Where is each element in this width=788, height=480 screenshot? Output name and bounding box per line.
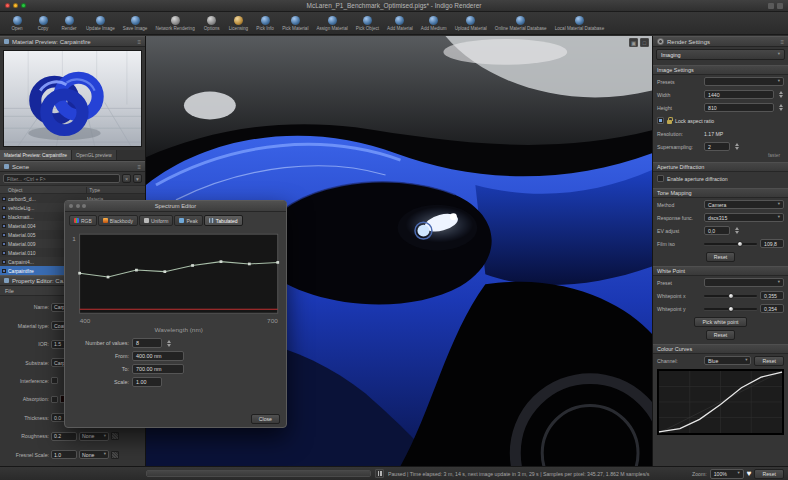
close-button[interactable]: Close [251,414,280,424]
whitepoint-x-value[interactable]: 0,355 [760,291,784,300]
panel-menu-icon[interactable]: ≡ [137,164,141,170]
scene-filter-input[interactable]: Filter... <Ctrl + F> [3,174,120,183]
from-field[interactable]: 400.00 nm [132,351,184,361]
dialog-close-icon[interactable] [69,204,73,208]
num-values-field[interactable]: 8 [132,338,162,348]
spectrum-editor-dialog[interactable]: Spectrum Editor RGB Blackbody Uniform Pe… [64,200,287,428]
ev-adjust-stepper[interactable] [733,226,740,236]
roughness-mode-select[interactable]: None ▾ [79,432,109,441]
scale-label: Scale: [71,379,129,385]
close-window-button[interactable] [5,3,10,8]
toolbar-licensing[interactable]: Licensing [225,12,252,34]
pick-white-point-button[interactable]: Pick white point [694,317,746,327]
toolbar-upload-material[interactable]: Upload Material [451,12,491,34]
tab-material-preview[interactable]: Material Preview: Carpaintfire [0,150,72,160]
render-settings-panel: Render Settings ≡ Imaging ▾ Image Settin… [652,36,788,466]
expand-panel-icon[interactable]: □ [640,38,649,47]
tab-blackbody[interactable]: Blackbody [98,215,138,226]
enable-aperture-label: Enable aperture diffraction [667,176,728,182]
channel-select[interactable]: Blue ▾ [704,356,751,365]
settings-mode-select[interactable]: Imaging ▾ [656,49,785,60]
whitepoint-preset-select[interactable]: ▾ [704,278,784,287]
filter-clear-button[interactable]: × [122,174,131,183]
toolbar-copy[interactable]: Copy [30,12,56,34]
height-field[interactable]: 810 [704,103,774,112]
pause-button[interactable] [375,469,384,478]
material-preview-header: Material Preview: Carpaintfire ≡ [0,36,145,47]
fresnel-scale-field[interactable]: 1.0 [51,450,77,459]
toolbar-network-rendering[interactable]: Network Rendering [151,12,198,34]
toolbar-options[interactable]: Options [199,12,225,34]
film-iso-slider[interactable] [704,239,757,249]
minimize-window-button[interactable] [13,3,18,8]
toolbar-pick-info[interactable]: Pick Info [252,12,278,34]
height-stepper[interactable] [777,103,784,113]
zoom-reset-button[interactable]: Reset [754,469,784,479]
tab-peak[interactable]: Peak [174,215,202,226]
toolbar-online-material-database[interactable]: Online Material Database [491,12,551,34]
toolbar-pick-material[interactable]: Pick Material [278,12,312,34]
roughness-field[interactable]: 0.2 [51,432,77,441]
toolbar-pick-object[interactable]: Pick Object [352,12,383,34]
toolbar-local-material-database[interactable]: Local Material Database [551,12,609,34]
film-iso-value[interactable]: 109,8 [760,239,784,248]
ev-adjust-field[interactable]: 0,0 [704,226,730,235]
lock-aspect-checkbox[interactable] [657,117,664,124]
zoom-select[interactable]: 100% ▾ [710,469,744,479]
whitepoint-y-value[interactable]: 0,354 [760,304,784,313]
whitepoint-x-row: Whitepoint x 0,355 [653,289,788,302]
section-image-settings: Image Settings [653,65,788,75]
filter-options-button[interactable]: ▾ [133,174,142,183]
column-object[interactable]: Object [0,187,86,193]
whitepoint-reset-button[interactable]: Reset [706,330,736,340]
curves-reset-button[interactable]: Reset [754,356,784,366]
toolbar-render[interactable]: Render [56,12,82,34]
toolbar-add-medium[interactable]: Add Medium [417,12,451,34]
dialog-titlebar[interactable]: Spectrum Editor [65,201,286,212]
to-field[interactable]: 700.00 nm [132,364,184,374]
texture-map-button[interactable] [111,451,119,459]
panel-menu-icon[interactable]: ≡ [137,39,141,45]
dialog-minimize-icon[interactable] [76,204,80,208]
tab-tabulated[interactable]: Tabulated [204,215,243,226]
tab-uniform[interactable]: Uniform [139,215,174,226]
dock-panel-icon[interactable]: ▣ [629,38,638,47]
progress-fill [147,471,370,476]
toolbar-assign-material[interactable]: Assign Material [312,12,351,34]
texture-map-button[interactable] [111,432,119,440]
toolbar-open[interactable]: Open [4,12,30,34]
spectrum-graph[interactable]: 1 400 700 Wavelength (nm) [69,230,282,334]
width-stepper[interactable] [777,90,784,100]
main-toolbar: Open Copy Render Update Image Save Image… [0,12,788,35]
toolbar-label: Add Medium [421,26,447,31]
method-select[interactable]: Camera ▾ [704,200,784,209]
tonemap-reset-button[interactable]: Reset [706,252,736,262]
panel-menu-icon[interactable]: ≡ [780,39,784,45]
supersampling-stepper[interactable] [733,142,740,152]
toolbar-save-image[interactable]: Save Image [119,12,152,34]
fresnel-mode-select[interactable]: None ▾ [79,450,109,459]
tab-label: Blackbody [110,218,133,224]
enable-aperture-checkbox[interactable] [657,175,664,182]
response-func-select[interactable]: dscs315 ▾ [704,213,784,222]
whitepoint-x-slider[interactable] [704,291,757,301]
dialog-zoom-icon[interactable] [82,204,86,208]
tab-label: Tabulated [216,218,238,224]
tab-rgb[interactable]: RGB [69,215,97,226]
column-type[interactable]: Type [86,187,145,193]
num-values-stepper[interactable] [165,338,172,348]
ev-adjust-row: EV adjust 0,0 [653,224,788,237]
presets-select[interactable]: ▾ [704,77,784,86]
toolbar-add-material[interactable]: Add Material [383,12,417,34]
maximize-window-button[interactable] [21,3,26,8]
tab-opengl-preview[interactable]: OpenGL preview [72,150,117,160]
colour-curve-graph[interactable] [657,369,784,435]
scale-field[interactable]: 1.00 [132,377,162,387]
supersampling-field[interactable]: 2 [704,142,730,151]
interference-checkbox[interactable] [51,377,58,384]
whitepoint-y-slider[interactable] [704,304,757,314]
toolbar-update-image[interactable]: Update Image [82,12,119,34]
width-field[interactable]: 1440 [704,90,774,99]
toolbar-label: Licensing [229,26,248,31]
absorption-checkbox[interactable] [51,396,58,403]
